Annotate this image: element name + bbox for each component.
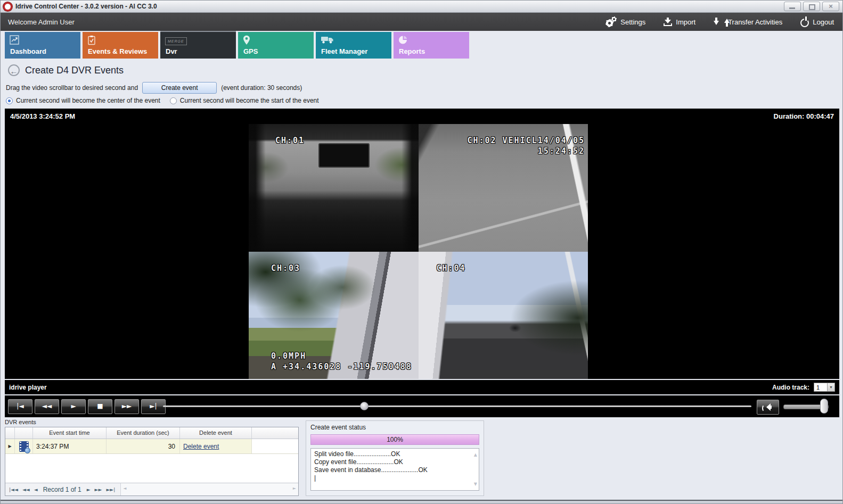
pager-prev-icon[interactable]: ◄ bbox=[32, 487, 40, 492]
minimize-icon bbox=[789, 7, 795, 9]
pager-last-icon[interactable]: ►►| bbox=[104, 487, 117, 492]
tab-dvr-label: Dvr bbox=[166, 47, 177, 55]
status-panel-title: Create event status bbox=[306, 421, 484, 433]
app-window: Idrive Control Center - 3.0.2 version - … bbox=[0, 0, 843, 504]
close-icon: × bbox=[823, 2, 839, 11]
row-marker-icon bbox=[5, 439, 15, 453]
clipboard-check-icon bbox=[87, 35, 96, 47]
radio-center-label: Current second will become the center of… bbox=[16, 97, 160, 104]
seek-slider-thumb[interactable] bbox=[360, 402, 369, 410]
header-delete-event[interactable]: Delete event bbox=[180, 427, 252, 439]
dvr-events-label: DVR events bbox=[5, 419, 36, 425]
event-start-time-cell: 3:24:37 PM bbox=[33, 439, 107, 453]
delete-event-link[interactable]: Delete event bbox=[180, 443, 219, 450]
top-menu-bar: Welcome Admin User Settings Import Trans… bbox=[1, 13, 842, 31]
welcome-text: Welcome Admin User bbox=[8, 18, 75, 26]
power-icon bbox=[800, 19, 809, 27]
volume-slider-thumb[interactable] bbox=[820, 399, 828, 414]
player-controls: |◄ ◄◄ ► ■ ►► ►| bbox=[5, 395, 839, 417]
tab-gps[interactable]: GPS bbox=[238, 32, 314, 59]
fast-forward-button[interactable]: ►► bbox=[114, 399, 139, 414]
rearview-mirror bbox=[318, 143, 370, 168]
progress-bar: 100% bbox=[310, 434, 479, 445]
header-event-start-time[interactable]: Event start time bbox=[33, 427, 107, 439]
app-logo-icon bbox=[3, 2, 12, 11]
map-pin-icon bbox=[243, 35, 250, 47]
instruction-suffix: (event duration: 30 seconds) bbox=[221, 84, 302, 92]
stop-button[interactable]: ■ bbox=[88, 399, 112, 414]
event-position-radios: Current second will become the center of… bbox=[6, 97, 319, 104]
ch2-label: CH:02 VEHICL bbox=[467, 136, 537, 145]
scroll-down-icon[interactable]: ▼ bbox=[474, 480, 477, 488]
create-event-status-panel: Create event status 100% Split video fil… bbox=[306, 420, 484, 496]
play-button[interactable]: ► bbox=[61, 399, 86, 414]
empty-cell bbox=[252, 439, 298, 453]
header-event-duration[interactable]: Event duration (sec) bbox=[107, 427, 180, 439]
video-channel-4: CH:04 bbox=[419, 252, 588, 379]
video-channel-2: CH:02 VEHICL14/04/05 15:24:52 bbox=[419, 124, 588, 252]
tab-dashboard[interactable]: Dashboard bbox=[5, 32, 80, 59]
video-datetime: 4/5/2013 3:24:52 PM bbox=[10, 112, 75, 120]
import-label: Import bbox=[676, 18, 695, 26]
pager-first-icon[interactable]: |◄◄ bbox=[5, 487, 20, 492]
video-duration: Duration: 00:04:47 bbox=[774, 112, 834, 120]
tab-events-reviews[interactable]: Events & Reviews bbox=[83, 32, 158, 59]
create-event-button[interactable]: Create event bbox=[142, 82, 217, 94]
minimize-button[interactable] bbox=[784, 2, 801, 11]
tab-dashboard-label: Dashboard bbox=[10, 47, 46, 55]
download-icon bbox=[664, 18, 672, 26]
delete-event-cell: Delete event bbox=[180, 439, 252, 453]
tab-reports[interactable]: Reports bbox=[394, 32, 469, 59]
maximize-button[interactable] bbox=[803, 2, 820, 11]
transfer-activities-button[interactable]: Transfer Activities bbox=[714, 18, 782, 27]
settings-button[interactable]: Settings bbox=[605, 16, 645, 27]
main-tabs: Dashboard Events & Reviews MERGE Dvr GPS… bbox=[5, 32, 469, 59]
radio-start-of-event[interactable] bbox=[170, 97, 177, 104]
merge-badge-icon: MERGE bbox=[165, 35, 187, 45]
pager-prev-page-icon[interactable]: ◄◄ bbox=[20, 487, 32, 492]
dvr-events-table: Event start time Event duration (sec) De… bbox=[5, 427, 299, 496]
import-button[interactable]: Import bbox=[664, 18, 695, 26]
tab-fleet-manager[interactable]: Fleet Manager bbox=[316, 32, 391, 59]
pager-next-page-icon[interactable]: ►► bbox=[93, 487, 104, 492]
video-channel-1: CH:01 bbox=[249, 124, 419, 252]
chevron-down-icon: ▼ bbox=[827, 383, 834, 391]
skip-to-end-button[interactable]: ►| bbox=[141, 399, 166, 414]
pager-record-label: Record 1 of 1 bbox=[43, 486, 81, 493]
skip-to-start-button[interactable]: |◄ bbox=[8, 399, 32, 414]
event-video-cell[interactable] bbox=[15, 439, 33, 453]
merge-badge-text: MERGE bbox=[165, 37, 187, 45]
audio-track-value: 1 bbox=[814, 384, 827, 391]
table-empty-area bbox=[5, 454, 298, 483]
ch3-speed: 0.0MPH bbox=[271, 351, 306, 361]
close-button[interactable]: × bbox=[822, 2, 839, 11]
table-row[interactable]: 3:24:37 PM 30 Delete event bbox=[5, 439, 298, 454]
log-line: Split video file.....................OK bbox=[314, 450, 470, 458]
scroll-left-icon[interactable]: ◄ bbox=[123, 486, 126, 491]
rewind-button[interactable]: ◄◄ bbox=[35, 399, 59, 414]
header-icon-col bbox=[15, 427, 33, 439]
tab-fleet-manager-label: Fleet Manager bbox=[321, 47, 367, 55]
transfer-activities-label: Transfer Activities bbox=[728, 18, 782, 26]
instruction-row: Drag the video scrollbar to desired seco… bbox=[6, 82, 302, 94]
gears-icon bbox=[605, 16, 617, 27]
pager-next-icon[interactable]: ► bbox=[85, 487, 93, 492]
ch3-label: CH:03 bbox=[271, 263, 300, 273]
event-duration-cell: 30 bbox=[107, 439, 180, 453]
radio-center-of-event[interactable] bbox=[6, 97, 13, 104]
maximize-icon bbox=[809, 4, 815, 10]
ch3-gps-coords: A +34.436028 -119.750488 bbox=[271, 362, 412, 371]
logout-button[interactable]: Logout bbox=[800, 17, 834, 27]
back-button[interactable]: ← bbox=[8, 64, 20, 76]
audio-track-select[interactable]: 1 ▼ bbox=[814, 383, 835, 392]
log-line: Copy event file.....................OK bbox=[314, 458, 470, 466]
film-clip-icon bbox=[19, 441, 29, 452]
seek-slider-track[interactable] bbox=[163, 406, 751, 407]
horizontal-scrollbar[interactable]: ◄ ► bbox=[120, 483, 298, 495]
scroll-right-icon[interactable]: ► bbox=[293, 486, 296, 491]
video-channel-3: CH:03 0.0MPH A +34.436028 -119.750488 bbox=[249, 252, 419, 379]
tab-reports-label: Reports bbox=[399, 47, 425, 55]
scroll-up-icon[interactable]: ▲ bbox=[474, 451, 477, 459]
tab-dvr[interactable]: MERGE Dvr bbox=[160, 31, 236, 59]
mute-button[interactable] bbox=[757, 400, 779, 415]
